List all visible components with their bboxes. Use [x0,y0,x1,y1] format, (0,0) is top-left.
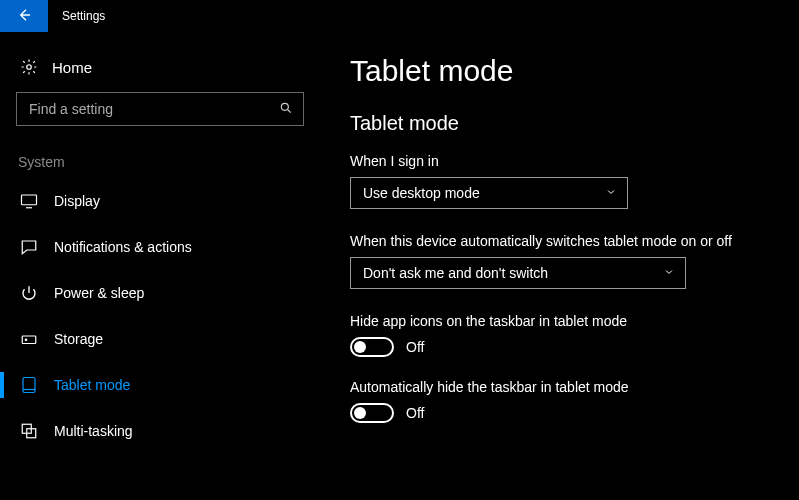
svg-rect-2 [22,195,37,205]
toggle-knob [354,407,366,419]
power-icon [20,284,38,302]
signin-select[interactable]: Use desktop mode [350,177,628,209]
signin-label: When I sign in [350,153,781,169]
sidebar-item-label: Multi-tasking [54,423,133,439]
svg-rect-5 [23,378,35,393]
signin-select-value: Use desktop mode [363,185,480,201]
svg-point-1 [281,103,288,110]
autoswitch-select[interactable]: Don't ask me and don't switch [350,257,686,289]
page-title: Tablet mode [350,54,781,88]
toggle-knob [354,341,366,353]
svg-rect-3 [22,336,36,344]
message-icon [20,238,38,256]
hide-icons-state: Off [406,339,424,355]
hide-taskbar-toggle[interactable] [350,403,394,423]
search-icon [279,101,293,118]
sidebar-group-label: System [16,154,304,178]
main-content: Tablet mode Tablet mode When I sign in U… [320,32,799,500]
sidebar-item-multitasking[interactable]: Multi-tasking [16,408,304,454]
window-title: Settings [48,9,105,23]
autoswitch-label: When this device automatically switches … [350,233,781,249]
tablet-icon [20,376,38,394]
sidebar-item-display[interactable]: Display [16,178,304,224]
hide-icons-toggle[interactable] [350,337,394,357]
sidebar-item-label: Storage [54,331,103,347]
chevron-down-icon [605,185,617,201]
monitor-icon [20,192,38,210]
sidebar-item-power[interactable]: Power & sleep [16,270,304,316]
hide-icons-label: Hide app icons on the taskbar in tablet … [350,313,781,329]
svg-point-0 [27,65,32,70]
sidebar-item-label: Notifications & actions [54,239,192,255]
sidebar: Home System Display Notifications & acti… [0,32,320,500]
sidebar-item-label: Tablet mode [54,377,130,393]
chevron-down-icon [663,265,675,281]
sidebar-item-tablet-mode[interactable]: Tablet mode [16,362,304,408]
home-button[interactable]: Home [16,52,304,92]
sidebar-item-notifications[interactable]: Notifications & actions [16,224,304,270]
home-label: Home [52,59,92,76]
arrow-left-icon [16,7,32,26]
sidebar-item-label: Power & sleep [54,285,144,301]
titlebar: Settings [0,0,799,32]
hide-taskbar-state: Off [406,405,424,421]
sidebar-item-storage[interactable]: Storage [16,316,304,362]
windows-icon [20,422,38,440]
sidebar-item-label: Display [54,193,100,209]
svg-point-4 [25,339,27,341]
search-input[interactable] [27,100,267,118]
search-input-wrap[interactable] [16,92,304,126]
autoswitch-select-value: Don't ask me and don't switch [363,265,548,281]
drive-icon [20,330,38,348]
hide-taskbar-label: Automatically hide the taskbar in tablet… [350,379,781,395]
back-button[interactable] [0,0,48,32]
section-title: Tablet mode [350,112,781,135]
gear-icon [20,58,38,76]
